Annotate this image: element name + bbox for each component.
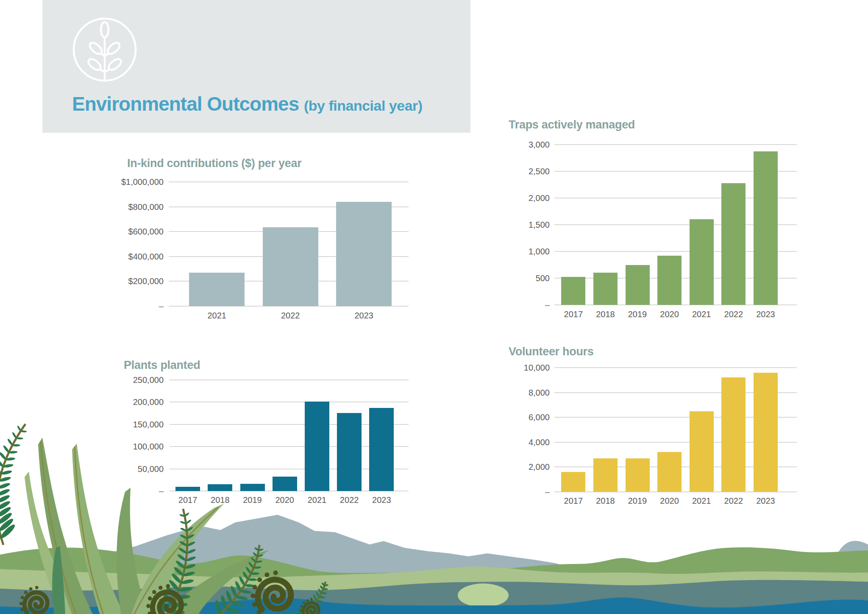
y-axis-tick-label: $600,000 — [87, 226, 164, 237]
y-axis-tick-label: 2,500 — [473, 166, 550, 177]
bar — [263, 227, 318, 306]
bar — [721, 183, 746, 305]
fern-frond-illustration — [0, 424, 27, 545]
x-axis-tick-label: 2023 — [345, 311, 383, 321]
chart-title-plants: Plants planted — [124, 359, 200, 372]
mountain-range-illustration — [64, 515, 868, 614]
y-axis-tick-label: 200,000 — [87, 396, 164, 407]
y-axis-tick-label: $1,000,000 — [87, 176, 164, 187]
chart-gridline — [554, 367, 797, 368]
hills-illustration — [0, 547, 868, 614]
y-axis-tick-label: 100,000 — [87, 441, 164, 452]
bar — [273, 477, 297, 491]
y-axis-tick-label: $800,000 — [87, 201, 164, 212]
y-axis-tick-label: – — [473, 486, 550, 497]
y-axis-tick-label: 250,000 — [87, 374, 164, 385]
page-title: Environmental Outcomes (by financial yea… — [72, 92, 423, 115]
bar — [337, 413, 362, 491]
fern-frond-illustration — [158, 509, 328, 614]
x-axis-tick-label: 2022 — [271, 311, 309, 321]
bar — [593, 458, 618, 492]
y-axis-tick-label: 1,000 — [473, 246, 550, 257]
bar — [593, 273, 618, 305]
y-axis-tick-label: 500 — [473, 273, 550, 284]
y-axis-tick-label: – — [87, 486, 164, 497]
bar — [657, 452, 682, 492]
infographic-canvas: Environmental Outcomes (by financial yea… — [0, 0, 868, 614]
y-axis-tick-label: 8,000 — [473, 387, 550, 398]
bar — [721, 377, 746, 492]
page-title-text: Environmental Outcomes — [72, 93, 299, 115]
bar — [305, 402, 329, 491]
x-axis-tick-label: 2021 — [198, 311, 236, 321]
bar — [336, 202, 392, 306]
page-subtitle: (by financial year) — [304, 98, 423, 114]
x-axis-tick-label: 2023 — [746, 496, 785, 506]
chart-gridline — [170, 402, 409, 402]
bar — [626, 265, 650, 305]
chart-gridline — [554, 144, 797, 145]
x-axis-tick-label: 2023 — [362, 495, 401, 505]
y-axis-tick-label: 50,000 — [87, 463, 164, 474]
y-axis-tick-label: 10,000 — [473, 362, 550, 373]
y-axis-tick-label: $400,000 — [87, 251, 164, 262]
bar — [754, 151, 778, 305]
y-axis-tick-label: 2,000 — [473, 461, 550, 472]
chart-gridline — [169, 181, 409, 182]
chart-gridline — [170, 380, 409, 380]
hill-reflection-illustration — [458, 583, 509, 607]
bar — [626, 458, 650, 492]
y-axis-tick-label: 150,000 — [87, 419, 164, 430]
bar — [690, 411, 714, 492]
y-axis-tick-label: – — [87, 301, 164, 312]
bar — [561, 472, 585, 492]
y-axis-tick-label: – — [473, 299, 550, 310]
y-axis-tick-label: 3,000 — [473, 139, 550, 150]
bar — [240, 484, 265, 491]
bar — [657, 256, 682, 305]
bar — [754, 373, 778, 492]
bar — [208, 484, 232, 491]
bar — [175, 487, 200, 491]
chart-title-volunteer: Volunteer hours — [509, 345, 594, 358]
bar — [561, 277, 585, 305]
water-illustration — [0, 597, 868, 614]
bar — [369, 408, 394, 491]
y-axis-tick-label: 2,000 — [473, 193, 550, 204]
y-axis-tick-label: 4,000 — [473, 437, 550, 448]
y-axis-tick-label: 1,500 — [473, 219, 550, 230]
y-axis-tick-label: 6,000 — [473, 412, 550, 423]
chart-title-traps: Traps actively managed — [509, 118, 635, 131]
x-axis-tick-label: 2023 — [746, 310, 785, 319]
y-axis-tick-label: $200,000 — [87, 276, 164, 287]
bar — [189, 273, 245, 306]
bar — [690, 219, 714, 305]
koru-spiral-illustration — [19, 570, 319, 614]
chart-title-inkind: In-kind contributions ($) per year — [127, 157, 301, 170]
